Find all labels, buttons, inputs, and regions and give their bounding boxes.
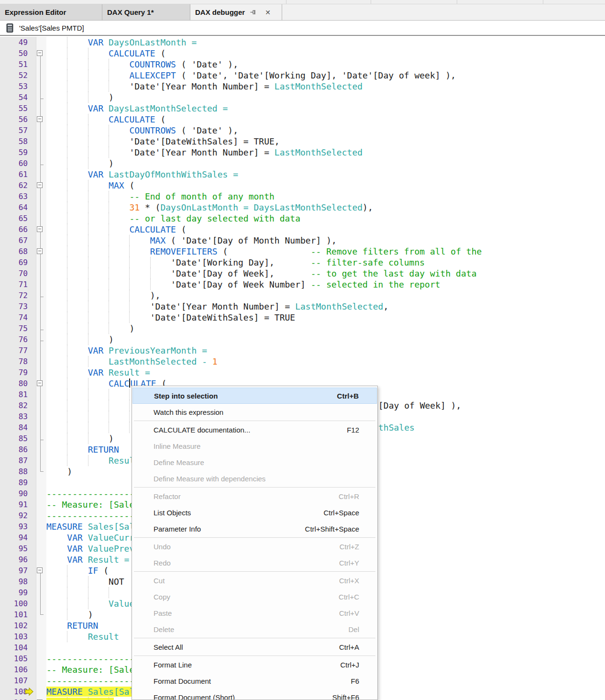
code-line[interactable]: CALCULATE ( [46, 114, 605, 125]
code-line[interactable]: MAX ( 'Date'[Day of Month Number] ), [46, 235, 605, 246]
indent-guide [88, 59, 88, 70]
line-number: 88 [0, 466, 36, 477]
menu-item-define-measure-with-dependencies: Define Measure with dependencies [132, 470, 377, 487]
indent-guide [129, 279, 130, 290]
fold-toggle[interactable] [36, 246, 46, 257]
line-number: 86 [0, 444, 36, 455]
code-line[interactable]: VAR LastDayOfMonthWithSales = [46, 169, 605, 180]
indent-guide [88, 422, 88, 433]
indent-guide [109, 697, 109, 700]
code-line[interactable]: -- or last day selected with data [46, 213, 605, 224]
fold-toggle[interactable] [36, 48, 46, 59]
close-icon[interactable]: ✕ [261, 9, 271, 16]
fold-mark [36, 422, 46, 433]
menu-item-label: Select All [154, 643, 339, 651]
code-line[interactable]: 'Date'[Working Day], -- filter-safe colu… [46, 257, 605, 268]
code-line[interactable]: 'Date'[DateWithSales] = TRUE, [46, 136, 605, 147]
code-line[interactable]: 'Date'[DateWithSales] = TRUE [46, 312, 605, 323]
tab-dax-query-1[interactable]: DAX Query 1* [102, 4, 190, 20]
code-line[interactable]: 'Date'[Year Month Number] = LastMonthSel… [46, 301, 605, 312]
code-line[interactable]: ) [46, 323, 605, 334]
indent-guide [67, 59, 67, 70]
menu-item-define-measure: Define Measure [132, 454, 377, 470]
code-line[interactable]: VAR DaysOnLastMonth = [46, 37, 605, 48]
code-line[interactable]: REMOVEFILTERS ( -- Remove filters from a… [46, 246, 605, 257]
indent-guide [129, 400, 130, 411]
fold-mark [36, 532, 46, 543]
fold-mark [36, 191, 46, 202]
code-fragment[interactable]: [Day of Week] ), [378, 400, 461, 411]
fold-toggle[interactable] [36, 224, 46, 235]
code-line[interactable]: ), [46, 290, 605, 301]
code-fragment[interactable]: thSales [378, 422, 415, 433]
code-line[interactable]: CALCULATE ( [46, 48, 605, 59]
pin-icon[interactable] [250, 9, 256, 15]
indent-guide [67, 444, 67, 455]
code-line[interactable]: 'Date'[Day of Week], -- to get the last … [46, 268, 605, 279]
indent-guide [88, 411, 88, 422]
indent-guide [67, 312, 67, 323]
indent-guide [109, 213, 109, 224]
code-line[interactable]: COUNTROWS ( 'Date' ), [46, 59, 605, 70]
line-number: 81 [0, 389, 36, 400]
menu-item-watch-this-expression[interactable]: Watch this expression [132, 404, 377, 420]
line-number: 89 [0, 477, 36, 488]
indent-guide [67, 136, 67, 147]
line-number: 60 [0, 158, 36, 169]
editor-row: 63 -- End of month of any month [0, 191, 605, 202]
breadcrumb: 'Sales'[Sales PMTD] [0, 21, 605, 36]
code-line[interactable]: COUNTROWS ( 'Date' ), [46, 125, 605, 136]
code-line[interactable]: MAX ( [46, 180, 605, 191]
menu-item-select-all[interactable]: Select AllCtrl+A [132, 639, 377, 655]
menu-item-list-objects[interactable]: List ObjectsCtrl+Space [132, 504, 377, 521]
menu-item-label: Redo [154, 559, 339, 567]
menu-item-format-line[interactable]: Format LineCtrl+J [132, 656, 377, 673]
menu-item-parameter-info[interactable]: Parameter InfoCtrl+Shift+Space [132, 521, 377, 537]
menu-item-label: Format Line [154, 661, 340, 669]
indent-guide [88, 455, 88, 466]
indent-guide [109, 147, 109, 158]
menu-item-calculate-documentation[interactable]: CALCULATE documentation...F12 [132, 422, 377, 438]
code-line[interactable]: ) [46, 158, 605, 169]
indent-guide [67, 323, 67, 334]
fold-toggle[interactable] [36, 697, 46, 700]
current-line-highlight: MEASURE Sales[Sale [46, 687, 140, 697]
context-menu: Step into selectionCtrl+BWatch this expr… [132, 386, 378, 700]
code-line[interactable]: LastMonthSelected - 1 [46, 356, 605, 367]
code-line[interactable]: ) [46, 92, 605, 103]
indent-guide [67, 70, 67, 81]
indent-guide [67, 191, 67, 202]
code-line[interactable]: 'Date'[Year Month Number] = LastMonthSel… [46, 81, 605, 92]
code-line[interactable]: VAR Result = [46, 367, 605, 378]
code-line[interactable]: VAR PreviousYearMonth = [46, 345, 605, 356]
tab-dax-debugger[interactable]: DAX debugger✕ [190, 4, 282, 20]
code-line[interactable]: ) [46, 334, 605, 345]
menu-item-shortcut: Shift+F6 [332, 693, 359, 700]
menu-item-format-document[interactable]: Format DocumentF6 [132, 673, 377, 689]
indent-guide [67, 103, 67, 114]
editor-row: 49 VAR DaysOnLastMonth = [0, 37, 605, 48]
tab-expression-editor[interactable]: Expression Editor [0, 4, 102, 20]
editor-row: 79 VAR Result = [0, 367, 605, 378]
indent-guide [109, 411, 109, 422]
fold-toggle[interactable] [36, 565, 46, 576]
editor-row: 72 ), [0, 290, 605, 301]
code-line[interactable]: VAR DaysLastMonthSelected = [46, 103, 605, 114]
menu-item-step-into-selection[interactable]: Step into selectionCtrl+B [132, 388, 377, 404]
indent-guide [129, 389, 130, 400]
line-number: 69 [0, 257, 36, 268]
code-line[interactable]: CALCULATE ( [46, 224, 605, 235]
code-line[interactable]: -- End of month of any month [46, 191, 605, 202]
code-line[interactable]: 'Date'[Year Month Number] = LastMonthSel… [46, 147, 605, 158]
fold-toggle[interactable] [36, 180, 46, 191]
code-line[interactable]: 31 * (DaysOnLastMonth = DaysLastMonthSel… [46, 202, 605, 213]
indent-guide [67, 598, 67, 609]
code-line[interactable]: 'Date'[Day of Week Number] -- selected i… [46, 279, 605, 290]
editor-row: 74 'Date'[DateWithSales] = TRUE [0, 312, 605, 323]
fold-toggle[interactable] [36, 114, 46, 125]
menu-item-format-document-short[interactable]: Format Document (Short)Shift+F6 [132, 689, 377, 700]
fold-toggle[interactable] [36, 378, 46, 389]
fold-mark [36, 642, 46, 653]
indent-guide [67, 224, 67, 235]
code-line[interactable]: ALLEXCEPT ( 'Date', 'Date'[Working Day],… [46, 70, 605, 81]
